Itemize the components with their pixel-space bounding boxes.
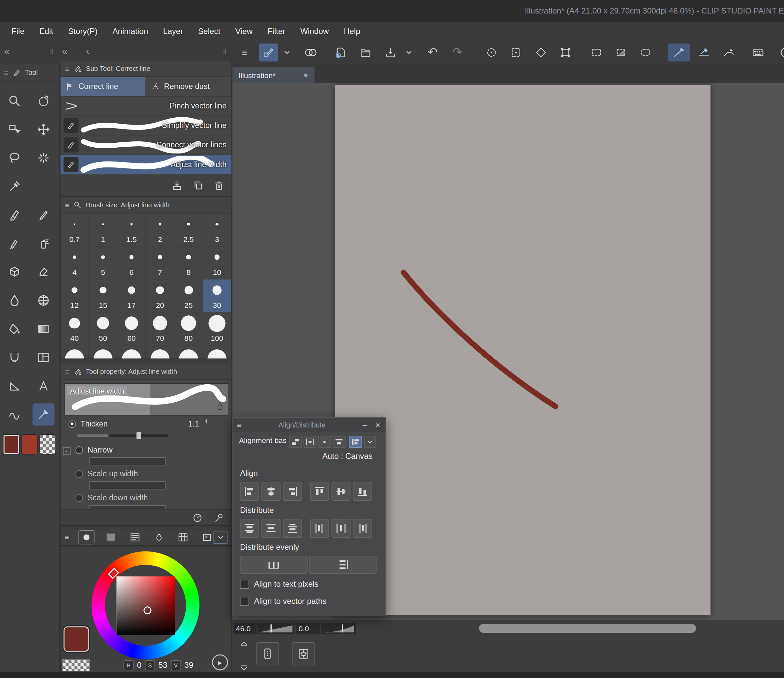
pencil-tool-button[interactable] (33, 204, 55, 226)
decoration-tool-button[interactable] (4, 261, 26, 283)
narrow-radio[interactable] (76, 446, 83, 454)
transform-button[interactable] (556, 44, 575, 62)
tab-remove-dust[interactable]: Remove dust (146, 77, 232, 96)
align-vertical-center-button[interactable] (332, 482, 351, 501)
brush-size-row5-partial[interactable] (61, 345, 89, 359)
menu-filter[interactable]: Filter (260, 27, 293, 36)
brush-size-1.5[interactable]: 1.5 (117, 214, 146, 247)
deselect-button[interactable] (636, 44, 655, 62)
brush-panel-menu-button[interactable]: ≡ (65, 201, 69, 208)
brush-size-2[interactable]: 2 (146, 214, 174, 247)
distribute-evenly-horizontal-button[interactable] (240, 556, 308, 574)
sv-indicator[interactable] (143, 606, 151, 614)
undo-button[interactable]: ↶ (428, 45, 437, 59)
rotation-slider[interactable] (321, 623, 356, 634)
menu-window[interactable]: Window (293, 27, 336, 36)
subtool-item-pinch-vector-line[interactable]: Pinch vector line (61, 96, 232, 116)
brush-size-8[interactable]: 8 (174, 247, 203, 280)
reset-dial-button[interactable] (193, 513, 202, 522)
zoom-tool-button[interactable] (4, 90, 26, 112)
save-dropdown[interactable] (403, 44, 415, 62)
liquify-tool-button[interactable] (4, 403, 26, 425)
group-bar-expand-button[interactable] (214, 531, 227, 544)
subtool-panel-menu-button[interactable]: ≡ (65, 65, 69, 72)
menu-layer[interactable]: Layer (156, 27, 191, 36)
alignment-base-button-1[interactable] (289, 436, 302, 448)
alignment-base-button-3[interactable] (318, 436, 331, 448)
brush-size-1[interactable]: 1 (89, 214, 117, 247)
vector-edit-tool-button[interactable] (259, 44, 278, 62)
help-circle-button[interactable] (776, 44, 784, 62)
thicken-slider[interactable] (78, 434, 168, 437)
menu-animation[interactable]: Animation (105, 27, 156, 36)
menu-view[interactable]: View (228, 27, 260, 36)
group-tab-current[interactable] (78, 530, 95, 544)
brush-size-2.5[interactable]: 2.5 (174, 214, 203, 247)
polygon-select-button[interactable] (532, 44, 551, 62)
distribute-left-button[interactable] (310, 519, 329, 538)
brush-tool-button[interactable] (4, 232, 26, 254)
thicken-spinner[interactable]: ▲▼ (204, 419, 208, 423)
menu-help[interactable]: Help (336, 27, 368, 36)
document-tab[interactable]: Illustration* (232, 67, 314, 83)
group-tab-4[interactable] (152, 531, 166, 544)
brush-size-5[interactable]: 5 (89, 247, 117, 280)
transparent-color-swatch[interactable] (40, 434, 56, 454)
menu-edit[interactable]: Edit (32, 27, 61, 36)
select-rectangle-button[interactable] (587, 44, 606, 62)
collapse-panel-column-button[interactable]: « (62, 46, 68, 56)
scale-down-radio[interactable] (76, 494, 83, 502)
group-tab-3[interactable] (128, 531, 142, 544)
menu-file[interactable]: File (4, 27, 32, 36)
select-filled-button[interactable] (611, 44, 631, 62)
zoom-slider[interactable] (258, 623, 294, 634)
new-canvas-button[interactable] (331, 44, 350, 62)
minimize-button[interactable]: – (362, 420, 367, 429)
color-mode-button[interactable]: ▶ (212, 654, 228, 670)
distribute-right-button[interactable] (353, 519, 372, 538)
lock-icon[interactable] (216, 402, 224, 411)
scroll-down-button[interactable] (238, 664, 249, 673)
open-file-button[interactable] (356, 44, 375, 62)
alignment-base-dropdown[interactable] (364, 436, 376, 448)
zoom-value[interactable]: 46.0 (233, 623, 257, 634)
alignment-base-button-4[interactable] (333, 436, 345, 448)
eraser-tool-button[interactable] (33, 261, 55, 283)
alignment-base-button-2[interactable] (303, 436, 316, 448)
align-horizontal-center-button[interactable] (261, 482, 280, 501)
tab-correct-line[interactable]: Correct line (61, 77, 146, 96)
page-view-button[interactable] (256, 642, 279, 666)
brush-size-6[interactable]: 6 (117, 247, 146, 280)
brush-size-100[interactable]: 100 (203, 313, 232, 345)
thicken-radio[interactable] (68, 420, 76, 428)
duplicate-subtool-button[interactable] (193, 180, 204, 191)
brush-size-row5-partial[interactable] (174, 345, 203, 359)
subtool-item-adjust-line-width[interactable]: Adjust line width (61, 155, 232, 174)
operation-tool-button[interactable] (4, 118, 26, 140)
redo-button[interactable]: ↷ (453, 45, 462, 59)
delete-subtool-button[interactable] (214, 180, 224, 191)
stroke-preview-box[interactable]: Adjust line width (65, 383, 229, 415)
tool-panel-menu-button[interactable]: ≡ (4, 69, 8, 76)
snap-vector-button[interactable] (301, 44, 320, 62)
brush-size-50[interactable]: 50 (89, 313, 117, 345)
brush-size-12[interactable]: 12 (61, 280, 89, 313)
alignment-base-button-5[interactable] (349, 436, 362, 448)
brush-size-row5-partial[interactable] (146, 345, 174, 359)
spray-effect-button[interactable] (482, 44, 501, 62)
group-tab-6[interactable] (199, 531, 214, 544)
checkbox-align-text-pixels[interactable] (240, 580, 249, 589)
property-panel-menu-button[interactable]: ≡ (65, 367, 69, 375)
brush-size-20[interactable]: 20 (146, 280, 174, 313)
ruler-tool-button[interactable] (4, 375, 26, 397)
panel-grip-2[interactable]: ‖ (223, 47, 226, 56)
toolbar-menu-button[interactable]: ≡ (235, 44, 254, 62)
group-bar-menu-button[interactable]: ≡ (65, 533, 69, 541)
scroll-up-button[interactable] (238, 639, 249, 648)
brush-size-row5-partial[interactable] (89, 345, 117, 359)
option-scale-up-width[interactable]: Scale up width (76, 470, 138, 478)
airbrush-tool-button[interactable] (33, 232, 55, 254)
expand-option-button[interactable]: + (63, 447, 70, 455)
brush-size-7[interactable]: 7 (146, 247, 174, 280)
pen-tool-button[interactable] (4, 204, 26, 226)
